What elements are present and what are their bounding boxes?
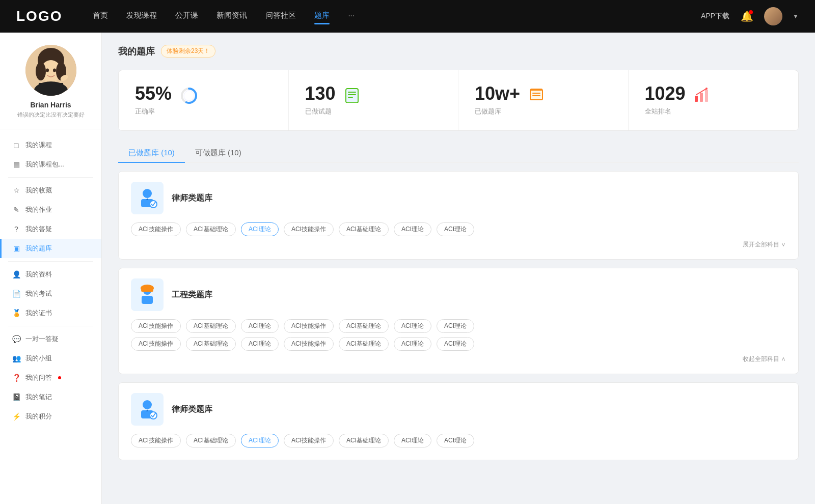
bank-card-2: 工程类题库 ACI技能操作 ACI基础理论 ACI理论 ACI技能操作 ACI基… [118, 268, 799, 374]
svg-rect-19 [532, 93, 540, 94]
qbank-icon: ▣ [12, 244, 20, 253]
eng-tag-7[interactable]: ACI技能操作 [131, 337, 181, 351]
sidebar-item-favorites[interactable]: ☆ 我的收藏 [0, 181, 101, 200]
sidebar-item-questions[interactable]: ❓ 我的问答 [0, 368, 101, 387]
bank-card-2-tags-row1: ACI技能操作 ACI基础理论 ACI理论 ACI技能操作 ACI基础理论 AC… [131, 319, 786, 333]
done-banks-icon [528, 87, 545, 106]
bank-card-3-header: 律师类题库 [131, 393, 786, 426]
qa-icon: ? [12, 225, 20, 233]
law2-tag-4[interactable]: ACI基础理论 [339, 434, 389, 447]
eng-tag-3[interactable]: ACI技能操作 [284, 319, 334, 333]
bank-card-1: 律师类题库 ACI技能操作 ACI基础理论 ACI理论 ACI技能操作 ACI基… [118, 171, 799, 260]
eng-tag-1[interactable]: ACI基础理论 [186, 319, 236, 333]
section-header: 我的题库 体验剩余23天！ [118, 45, 799, 58]
sidebar-item-notes[interactable]: 📓 我的笔记 [0, 387, 101, 407]
tag-3[interactable]: ACI技能操作 [284, 222, 334, 236]
eng-tag-2[interactable]: ACI理论 [241, 319, 279, 333]
engineer-icon [136, 284, 158, 306]
law2-tag-1[interactable]: ACI基础理论 [186, 434, 236, 447]
svg-rect-16 [348, 94, 356, 95]
lawyer-icon [136, 187, 158, 209]
eng-tag-12[interactable]: ACI理论 [394, 337, 431, 351]
tag-5[interactable]: ACI理论 [394, 222, 431, 236]
sidebar-item-course-package[interactable]: ▤ 我的课程包... [0, 155, 101, 174]
sidebar-item-points[interactable]: ⚡ 我的积分 [0, 407, 101, 426]
tag-4[interactable]: ACI基础理论 [339, 222, 389, 236]
sidebar-item-qa[interactable]: ? 我的答疑 [0, 219, 101, 239]
sidebar-item-courses-label: 我的课程 [25, 141, 52, 150]
sidebar-item-1on1[interactable]: 💬 一对一答疑 [0, 329, 101, 349]
nav-qa[interactable]: 问答社区 [265, 11, 296, 22]
stat-ranking-label: 全站排名 [645, 107, 686, 116]
nav-qbank[interactable]: 题库 [314, 11, 330, 22]
app-download-button[interactable]: APP下载 [701, 12, 729, 21]
tab-row: 已做题库 (10) 可做题库 (10) [118, 143, 799, 163]
course-package-icon: ▤ [12, 160, 20, 169]
stat-accuracy: 55% 正确率 [119, 70, 289, 130]
homework-icon: ✎ [12, 206, 20, 214]
law2-tag-3[interactable]: ACI技能操作 [284, 434, 334, 447]
eng-tag-13[interactable]: ACI理论 [437, 337, 474, 351]
eng-tag-8[interactable]: ACI基础理论 [186, 337, 236, 351]
eng-tag-9[interactable]: ACI理论 [241, 337, 279, 351]
svg-rect-7 [39, 83, 63, 96]
eng-tag-11[interactable]: ACI基础理论 [339, 337, 389, 351]
eng-tag-4[interactable]: ACI基础理论 [339, 319, 389, 333]
sidebar-item-certificate-label: 我的证书 [25, 309, 52, 318]
nav-discover[interactable]: 发现课程 [126, 11, 157, 22]
bank-card-3: 律师类题库 ACI技能操作 ACI基础理论 ACI理论 ACI技能操作 ACI基… [118, 382, 799, 460]
avatar-chevron-icon[interactable]: ▼ [793, 13, 799, 20]
questions-red-dot [58, 376, 61, 379]
accuracy-chart-icon [180, 87, 198, 108]
law2-tag-5[interactable]: ACI理论 [394, 434, 431, 447]
bank-card-2-expand[interactable]: 收起全部科目 ∧ [131, 355, 786, 363]
stat-ranking-value: 1029 [645, 85, 686, 103]
eng-tag-5[interactable]: ACI理论 [394, 319, 431, 333]
sidebar-item-exams[interactable]: 📄 我的考试 [0, 284, 101, 303]
nav-home[interactable]: 首页 [93, 11, 108, 22]
tag-2[interactable]: ACI理论 [241, 222, 279, 236]
sidebar-item-favorites-label: 我的收藏 [25, 186, 52, 195]
sidebar-item-course-package-label: 我的课程包... [25, 160, 64, 169]
eng-tag-6[interactable]: ACI理论 [437, 319, 474, 333]
stat-done-banks-value: 10w+ [475, 85, 520, 103]
svg-rect-14 [346, 89, 358, 103]
eng-tag-0[interactable]: ACI技能操作 [131, 319, 181, 333]
law2-tag-0[interactable]: ACI技能操作 [131, 434, 181, 447]
courses-icon: ◻ [12, 141, 20, 149]
sidebar-item-points-label: 我的积分 [25, 412, 52, 421]
user-avatar[interactable] [764, 7, 782, 25]
tag-1[interactable]: ACI基础理论 [186, 222, 236, 236]
law2-tag-2[interactable]: ACI理论 [241, 434, 279, 447]
main-content: 我的题库 体验剩余23天！ 55% 正确率 [102, 33, 815, 504]
bank-card-1-expand[interactable]: 展开全部科目 ∨ [131, 240, 786, 249]
svg-point-26 [143, 189, 152, 198]
stat-accuracy-value: 55% [135, 85, 172, 103]
navbar: LOGO 首页 发现课程 公开课 新闻资讯 问答社区 题库 ··· APP下载 … [0, 0, 815, 33]
nav-news[interactable]: 新闻资讯 [216, 11, 247, 22]
exams-icon: 📄 [12, 290, 20, 298]
notification-bell[interactable]: 🔔 [740, 9, 754, 23]
tag-0[interactable]: ACI技能操作 [131, 222, 181, 236]
profile-icon: 👤 [12, 270, 20, 278]
law2-tag-6[interactable]: ACI理论 [437, 434, 474, 447]
stat-done-questions-value: 130 [305, 85, 336, 103]
points-icon: ⚡ [12, 412, 20, 421]
sidebar-item-group[interactable]: 👥 我的小组 [0, 349, 101, 368]
avatar-image [25, 45, 76, 96]
sidebar-item-certificate[interactable]: 🏅 我的证书 [0, 303, 101, 323]
eng-tag-10[interactable]: ACI技能操作 [284, 337, 334, 351]
profile-avatar[interactable] [25, 45, 76, 96]
lawyer2-icon [136, 398, 158, 421]
nav-open-course[interactable]: 公开课 [175, 11, 198, 22]
sidebar-item-profile[interactable]: 👤 我的资料 [0, 265, 101, 284]
sidebar-item-qbank[interactable]: ▣ 我的题库 [0, 239, 101, 258]
nav-more[interactable]: ··· [348, 11, 355, 22]
sidebar-item-courses[interactable]: ◻ 我的课程 [0, 135, 101, 155]
tag-6[interactable]: ACI理论 [437, 222, 474, 236]
ranking-icon [694, 87, 710, 106]
tab-available[interactable]: 可做题库 (10) [185, 143, 252, 163]
tab-done[interactable]: 已做题库 (10) [118, 143, 185, 163]
favorites-icon: ☆ [12, 186, 20, 194]
sidebar-item-homework[interactable]: ✎ 我的作业 [0, 200, 101, 219]
